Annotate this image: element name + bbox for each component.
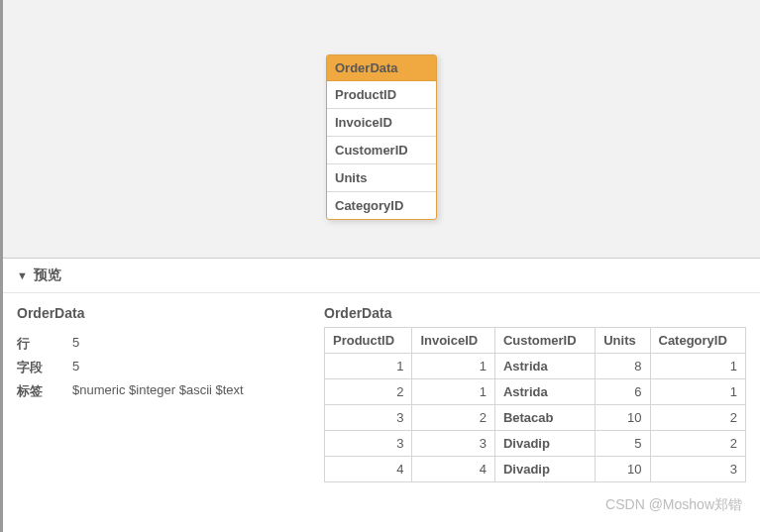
schema-field[interactable]: CategoryID [327,192,436,219]
schema-field[interactable]: ProductID [327,81,436,109]
table-schema-box[interactable]: OrderData ProductIDInvoiceIDCustomerIDUn… [326,54,437,220]
table-cell: Betacab [494,405,595,431]
column-header[interactable]: Units [596,328,650,354]
meta-tags-value: $numeric $integer $ascii $text [72,382,244,400]
column-header[interactable]: ProductID [325,328,412,354]
table-cell: Astrida [494,354,595,379]
watermark: CSDN @Moshow郑锴 [605,496,742,514]
table-cell: 8 [596,354,650,379]
table-row: 21Astrida61 [325,379,746,405]
meta-fields-label: 字段 [17,359,72,376]
table-row: 32Betacab102 [325,405,746,431]
table-cell: 4 [412,457,495,482]
table-cell: Astrida [494,379,595,405]
preview-panel: OrderData 行 5 字段 5 标签 $numeric $integer … [3,293,760,502]
column-header[interactable]: InvoiceID [412,328,495,354]
table-row: 33Divadip52 [325,431,746,457]
table-cell: 2 [650,431,746,457]
table-cell: 3 [325,431,412,457]
table-cell: 3 [412,431,495,457]
preview-heading: 预览 [34,266,61,284]
table-cell: 1 [325,354,412,379]
table-cell: 4 [325,457,412,482]
column-header[interactable]: CustomerID [494,328,595,354]
table-cell: 2 [650,405,746,431]
schema-field[interactable]: CustomerID [327,137,436,164]
table-cell: 5 [596,431,650,457]
data-table-title: OrderData [324,305,746,321]
meta-title: OrderData [17,305,294,321]
meta-row-rows: 行 5 [17,335,294,353]
table-cell: 2 [412,405,495,431]
data-column: OrderData ProductIDInvoiceIDCustomerIDUn… [324,305,746,482]
schema-field[interactable]: Units [327,164,436,192]
meta-row-tags: 标签 $numeric $integer $ascii $text [17,382,294,400]
preview-table: ProductIDInvoiceIDCustomerIDUnitsCategor… [324,327,746,482]
meta-column: OrderData 行 5 字段 5 标签 $numeric $integer … [17,305,294,482]
table-cell: 10 [596,457,650,482]
table-cell: 1 [412,379,495,405]
table-cell: 1 [412,354,495,379]
schema-table-name[interactable]: OrderData [327,55,436,81]
model-canvas[interactable]: OrderData ProductIDInvoiceIDCustomerIDUn… [3,0,760,258]
meta-row-fields: 字段 5 [17,359,294,376]
meta-rows-value: 5 [72,335,79,353]
table-cell: 3 [650,457,746,482]
caret-down-icon: ▼ [17,269,28,281]
table-cell: 1 [650,354,746,379]
preview-toggle[interactable]: ▼ 预览 [3,258,760,293]
table-row: 11Astrida81 [325,354,746,379]
column-header[interactable]: CategoryID [650,328,746,354]
meta-tags-label: 标签 [17,382,72,400]
meta-fields-value: 5 [72,359,79,376]
table-cell: 2 [325,379,412,405]
table-cell: 6 [596,379,650,405]
meta-rows-label: 行 [17,335,72,353]
table-cell: 3 [325,405,412,431]
table-cell: 1 [650,379,746,405]
schema-field[interactable]: InvoiceID [327,109,436,137]
table-cell: Divadip [494,457,595,482]
table-cell: Divadip [494,431,595,457]
table-row: 44Divadip103 [325,457,746,482]
table-cell: 10 [596,405,650,431]
